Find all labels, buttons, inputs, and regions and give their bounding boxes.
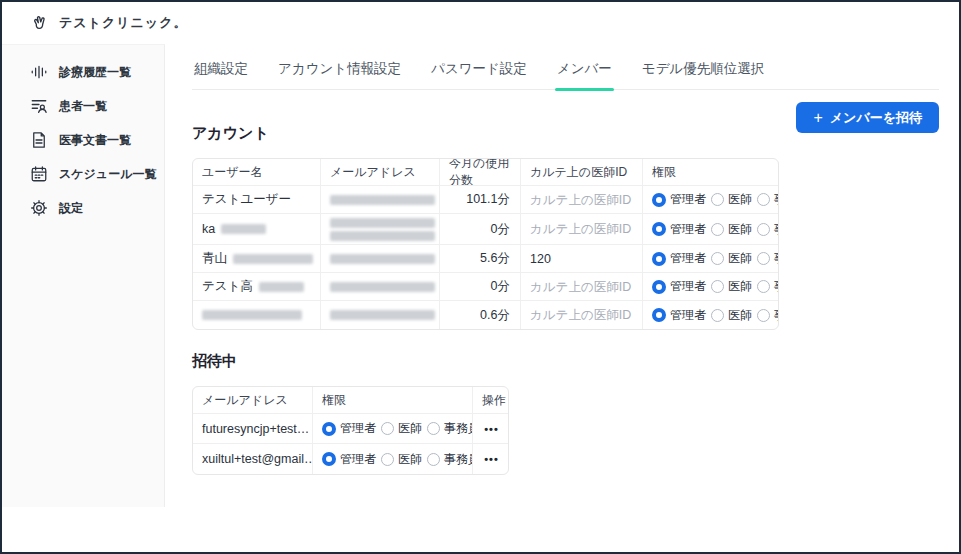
radio-admin-label: 管理者 [670, 191, 706, 208]
tab-model-priority[interactable]: モデル優先順位選択 [640, 56, 766, 90]
col-doctor-id: カルテ上の医師ID [521, 159, 643, 185]
sidebar-item-schedule[interactable]: スケジュール一覧 [2, 157, 164, 191]
doctor-id-input[interactable] [530, 280, 638, 294]
sidebar-item-medical-history[interactable]: 診療履歴一覧 [2, 55, 164, 89]
radio-doctor[interactable] [381, 422, 394, 435]
sidebar-item-patients[interactable]: 患者一覧 [2, 89, 164, 123]
account-row: ka 0分 管理者 医師 事務員 [193, 214, 778, 245]
radio-doctor[interactable] [711, 252, 724, 265]
minutes-value: 5.6分 [480, 250, 510, 267]
invite-member-button[interactable]: + メンバーを招待 [796, 102, 939, 133]
radio-admin[interactable] [652, 222, 666, 236]
radio-clerk[interactable] [427, 422, 440, 435]
radio-admin[interactable] [652, 280, 666, 294]
invited-row: futuresyncjp+test… 管理者 医師 事務員 ••• [193, 414, 508, 444]
col-monthly-minutes: 今月の使用分数 [440, 159, 521, 185]
col-email: メールアドレス [193, 387, 313, 413]
user-name: 青山 [202, 250, 227, 267]
sidebar-item-label: 診療履歴一覧 [59, 64, 131, 81]
sidebar-item-settings[interactable]: 設定 [2, 191, 164, 225]
doctor-id-input[interactable] [530, 222, 638, 236]
doctor-id-input[interactable] [530, 193, 638, 207]
radio-clerk[interactable] [757, 223, 770, 236]
invited-email: xuiltul+test@gmail… [202, 452, 313, 466]
radio-clerk[interactable] [757, 193, 770, 206]
clinic-logo-hand-icon [30, 14, 49, 33]
radio-admin-label: 管理者 [340, 451, 376, 468]
account-row: 青山 5.6分 管理者 医師 事務員 [193, 245, 778, 273]
radio-clerk[interactable] [757, 252, 770, 265]
radio-admin[interactable] [652, 308, 666, 322]
col-permission: 権限 [313, 387, 473, 413]
actions-menu-button[interactable]: ••• [473, 423, 509, 435]
waveform-icon [30, 63, 48, 81]
redacted-name [259, 282, 304, 292]
radio-doctor[interactable] [711, 280, 724, 293]
col-user-name: ユーザー名 [193, 159, 321, 185]
permission-radio-group: 管理者 医師 事務員 [652, 307, 779, 324]
permission-radio-group: 管理者 医師 事務員 [652, 221, 779, 238]
doctor-id-input[interactable] [530, 308, 638, 322]
sidebar-item-medical-documents[interactable]: 医事文書一覧 [2, 123, 164, 157]
sidebar: 診療履歴一覧 患者一覧 医事文書一覧 [2, 44, 165, 507]
radio-admin[interactable] [652, 252, 666, 266]
radio-doctor[interactable] [381, 453, 394, 466]
col-permission: 権限 [643, 159, 779, 185]
tab-members[interactable]: メンバー [555, 56, 614, 90]
radio-admin-label: 管理者 [670, 250, 706, 267]
redacted-email [330, 218, 435, 228]
invited-table: メールアドレス 権限 操作 futuresyncjp+test… 管理者 医師 … [192, 386, 509, 475]
radio-doctor-label: 医師 [728, 221, 752, 238]
radio-clerk[interactable] [757, 309, 770, 322]
sidebar-item-label: 設定 [59, 200, 83, 217]
permission-radio-group: 管理者 医師 事務員 [652, 278, 779, 295]
tab-password-settings[interactable]: パスワード設定 [429, 56, 529, 90]
radio-clerk-label: 事務員 [444, 420, 473, 437]
radio-admin[interactable] [322, 422, 336, 436]
radio-doctor-label: 医師 [728, 278, 752, 295]
radio-admin[interactable] [652, 193, 666, 207]
radio-admin-label: 管理者 [670, 221, 706, 238]
minutes-value: 0.6分 [480, 307, 510, 324]
redacted-name [202, 310, 302, 320]
redacted-name [233, 254, 313, 264]
invited-row: xuiltul+test@gmail… 管理者 医師 事務員 ••• [193, 444, 508, 474]
account-row: テスト高 0分 管理者 医師 事務員 [193, 273, 778, 301]
doctor-id-input[interactable] [530, 252, 638, 266]
user-name: テスト高 [202, 278, 253, 295]
redacted-email [330, 231, 435, 241]
radio-admin-label: 管理者 [670, 307, 706, 324]
radio-clerk-label: 事務員 [774, 191, 779, 208]
permission-radio-group: 管理者 医師 事務員 [652, 191, 779, 208]
radio-doctor-label: 医師 [728, 307, 752, 324]
minutes-value: 101.1分 [466, 191, 510, 208]
calendar-icon [30, 165, 48, 183]
radio-clerk[interactable] [757, 280, 770, 293]
redacted-email [330, 310, 435, 320]
radio-clerk-label: 事務員 [774, 250, 779, 267]
col-email: メールアドレス [321, 159, 440, 185]
radio-clerk-label: 事務員 [444, 451, 473, 468]
radio-clerk-label: 事務員 [774, 307, 779, 324]
redacted-email [330, 195, 435, 205]
main-content: 組織設定 アカウント情報設定 パスワード設定 メンバー モデル優先順位選択 + … [165, 44, 959, 475]
gear-icon [30, 199, 48, 217]
invited-section-title: 招待中 [192, 352, 939, 371]
col-actions: 操作 [473, 387, 509, 413]
invite-member-button-label: メンバーを招待 [830, 109, 922, 127]
sidebar-item-label: スケジュール一覧 [59, 166, 156, 183]
radio-admin[interactable] [322, 452, 336, 466]
radio-doctor[interactable] [711, 193, 724, 206]
clinic-name: テストクリニック。 [59, 14, 187, 32]
email-cell [321, 301, 440, 329]
radio-doctor[interactable] [711, 309, 724, 322]
email-cell [321, 186, 440, 213]
radio-doctor[interactable] [711, 223, 724, 236]
patient-list-icon [30, 97, 48, 115]
redacted-name [221, 224, 266, 234]
tab-organization-settings[interactable]: 組織設定 [192, 56, 250, 90]
tab-account-info-settings[interactable]: アカウント情報設定 [276, 56, 403, 90]
account-table: ユーザー名 メールアドレス 今月の使用分数 カルテ上の医師ID 権限 テストユー… [192, 158, 779, 330]
actions-menu-button[interactable]: ••• [473, 453, 509, 465]
radio-clerk[interactable] [427, 453, 440, 466]
